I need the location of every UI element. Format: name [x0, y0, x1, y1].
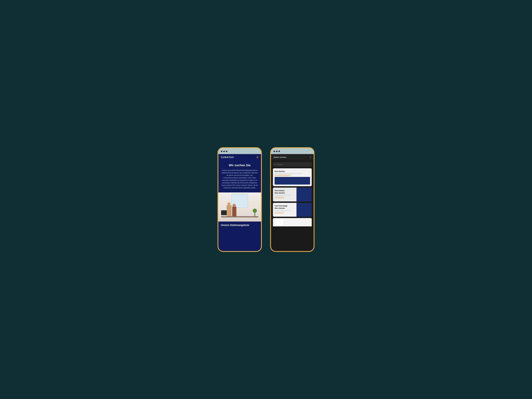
phone-dot-2 — [223, 151, 225, 152]
left-phone-frame: CURATAX ☰ Wir suchen Sie Unsere renommie… — [217, 147, 262, 252]
two-col-line-1 — [275, 195, 291, 196]
section-card-hero[interactable]: Hero Section — [273, 168, 312, 186]
section-card-two-col[interactable]: Two-ColumnHero Section — [273, 188, 312, 202]
search-icon: ● — [274, 163, 276, 165]
two-col-card-content: Two-ColumnHero Section — [273, 188, 297, 202]
close-button[interactable]: × — [310, 156, 311, 158]
partial-white-area — [275, 219, 283, 225]
partial-card-inner — [275, 219, 283, 225]
curatax-header: CURATAX ☰ — [218, 154, 261, 161]
office-image — [218, 192, 261, 222]
right-phone-dot-2 — [276, 151, 278, 152]
plant — [253, 209, 257, 216]
hero-line-2 — [275, 174, 292, 175]
phone-dot-3 — [226, 151, 227, 152]
logo-text-cura: CURA — [221, 156, 228, 159]
curatax-footer: Unsere Stellenangebote — [218, 222, 261, 229]
hero-section-title: Hero Section — [275, 170, 310, 173]
plant-stem — [254, 212, 255, 216]
right-phone-top-bar — [271, 151, 314, 154]
search-bar-container: ● — [271, 160, 314, 168]
hero-heading: Wir suchen Sie — [221, 164, 258, 167]
card-text-image-title: Card Text ImageHero Section — [275, 205, 295, 209]
curatax-screen: CURATAX ☰ Wir suchen Sie Unsere renommie… — [218, 154, 261, 251]
right-phone-dot-1 — [273, 151, 275, 152]
hero-body-text: Unsere renommierte Steuerberatungsgesell… — [221, 169, 258, 189]
select-section-header: Select section × — [271, 154, 314, 160]
section-card-card-text-image[interactable]: Card Text ImageHero Section — [273, 203, 312, 217]
desk — [221, 216, 258, 217]
right-phone-dot-3 — [279, 151, 280, 152]
two-col-section-title: Two-ColumnHero Section — [275, 190, 295, 194]
hero-card-top: Hero Section — [273, 168, 312, 177]
hero-accent-line — [275, 175, 291, 176]
hamburger-icon[interactable]: ☰ — [256, 156, 259, 159]
card-line-2 — [275, 212, 285, 212]
partial-section-card[interactable] — [273, 218, 312, 226]
two-col-line-2 — [275, 196, 285, 197]
card-line-1 — [275, 210, 291, 211]
person2-head — [233, 204, 236, 207]
card-accent-line — [275, 213, 284, 213]
logo-text-tax: TAX — [228, 156, 234, 159]
office-placeholder — [218, 192, 261, 222]
search-input-wrapper[interactable]: ● — [273, 162, 312, 167]
two-col-accent-line — [275, 197, 284, 198]
curatax-logo: CURATAX — [221, 156, 234, 159]
person1-head — [227, 203, 230, 205]
screens-container: CURATAX ☰ Wir suchen Sie Unsere renommie… — [217, 147, 315, 252]
curatax-hero-section: Wir suchen Sie Unsere renommierte Steuer… — [218, 161, 261, 192]
sections-list: Hero Section Two-ColumnHero Section — [271, 168, 314, 227]
hero-line-1 — [275, 173, 303, 174]
right-phone-frame: Select section × ● Hero Section — [270, 147, 315, 252]
hero-card-dark-preview — [275, 177, 310, 184]
search-input[interactable] — [277, 163, 310, 165]
card-text-image-dark-preview — [297, 203, 312, 217]
monitor — [221, 210, 227, 215]
two-col-dark-preview — [297, 188, 312, 202]
select-section-screen: Select section × ● Hero Section — [271, 154, 314, 251]
person2-body — [232, 207, 236, 216]
footer-heading: Unsere Stellenangebote — [221, 224, 259, 227]
select-section-title: Select section — [273, 156, 286, 158]
phone-dot-1 — [221, 151, 222, 152]
card-text-image-content: Card Text ImageHero Section — [273, 203, 297, 217]
left-phone-top-bar — [218, 151, 261, 154]
person1-body — [227, 205, 232, 216]
